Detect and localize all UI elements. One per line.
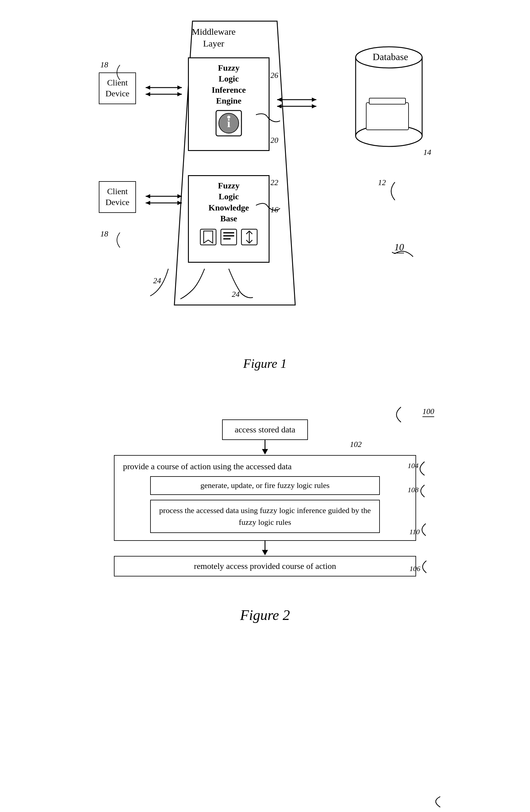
dbl-arrow-2 (143, 190, 188, 208)
squiggle-110 (414, 522, 429, 537)
figure2-diagram: 100 access stored data 102 (69, 395, 461, 589)
conn-24-lines (144, 266, 259, 302)
figure2-caption: Figure 2 (18, 607, 512, 623)
svg-marker-29 (312, 104, 316, 108)
svg-marker-14 (145, 85, 150, 90)
svg-marker-16 (145, 92, 150, 96)
svg-rect-9 (223, 238, 231, 240)
info-icon: i (215, 110, 242, 137)
client-box-2: ClientDevice (99, 181, 136, 213)
ref-18-bottom: 18 (100, 230, 108, 238)
ref-14: 14 (423, 148, 431, 157)
access-box: access stored data (222, 419, 308, 440)
svg-marker-19 (177, 194, 182, 199)
squiggle-10 (392, 235, 416, 260)
squiggle-flie-out (250, 109, 280, 133)
figure1-diagram: Middleware Layer FuzzyLogicInferenceEngi… (84, 18, 446, 350)
kb-icon-3 (240, 228, 259, 246)
remote-access-row: remotely access provided course of actio… (87, 556, 443, 577)
svg-marker-39 (262, 550, 268, 555)
remote-box: remotely access provided course of actio… (114, 556, 416, 577)
svg-rect-8 (223, 235, 234, 236)
database-label: Database (363, 51, 418, 62)
svg-line-35 (392, 252, 395, 253)
squiggle-18-bot (114, 233, 123, 248)
squiggle-106 (414, 559, 429, 574)
svg-text:i: i (227, 117, 231, 130)
svg-marker-28 (277, 104, 282, 108)
svg-marker-17 (177, 92, 182, 96)
dbl-arrow-1 (143, 82, 188, 100)
svg-rect-34 (369, 98, 405, 104)
flie-box: FuzzyLogicInferenceEngine i (188, 57, 269, 151)
ref-18-top: 18 (100, 60, 108, 70)
kb-icon-1 (199, 228, 217, 246)
svg-rect-5 (200, 229, 216, 245)
squiggle-104 (413, 459, 428, 477)
svg-rect-7 (223, 232, 234, 233)
flkb-box: FuzzyLogicKnowledgeBase (188, 175, 269, 263)
svg-marker-13 (177, 85, 182, 90)
page: Middleware Layer FuzzyLogicInferenceEngi… (0, 0, 530, 812)
ref-26: 26 (270, 71, 278, 80)
squiggle-18-top (114, 65, 123, 80)
squiggle-flkb-out (250, 199, 280, 217)
ref-20: 20 (270, 136, 278, 145)
flie-label: FuzzyLogicInferenceEngine (189, 62, 269, 106)
svg-marker-37 (262, 449, 268, 454)
svg-rect-6 (221, 229, 237, 245)
dbl-arrow-3 (274, 93, 322, 112)
arrow-down-2 (87, 541, 443, 556)
ref-102: 102 (350, 440, 362, 449)
ref-22: 22 (270, 178, 278, 187)
svg-rect-33 (366, 103, 408, 130)
svg-marker-20 (145, 194, 150, 199)
kb-icons-row (189, 228, 269, 246)
svg-marker-22 (145, 201, 150, 205)
squiggle-102 (386, 406, 404, 424)
provide-label: provide a course of action using the acc… (122, 462, 408, 472)
ref-100: 100 (422, 407, 434, 417)
process-box: process the accessed data using fuzzy lo… (150, 500, 380, 533)
svg-marker-25 (312, 98, 316, 102)
svg-marker-26 (277, 98, 282, 102)
figure1-caption: Figure 1 (18, 356, 512, 371)
squiggle-100 (425, 794, 443, 809)
squiggle-108 (413, 483, 428, 498)
provide-outer-box: provide a course of action using the acc… (114, 455, 416, 541)
generate-box: generate, update, or fire fuzzy logic ru… (150, 476, 380, 495)
arrow-down-1 (87, 440, 443, 455)
squiggle-12 (378, 182, 396, 200)
middleware-label: Middleware Layer (183, 26, 244, 49)
svg-point-4 (227, 116, 230, 119)
svg-marker-23 (177, 201, 182, 205)
kb-icon-2 (220, 228, 238, 246)
